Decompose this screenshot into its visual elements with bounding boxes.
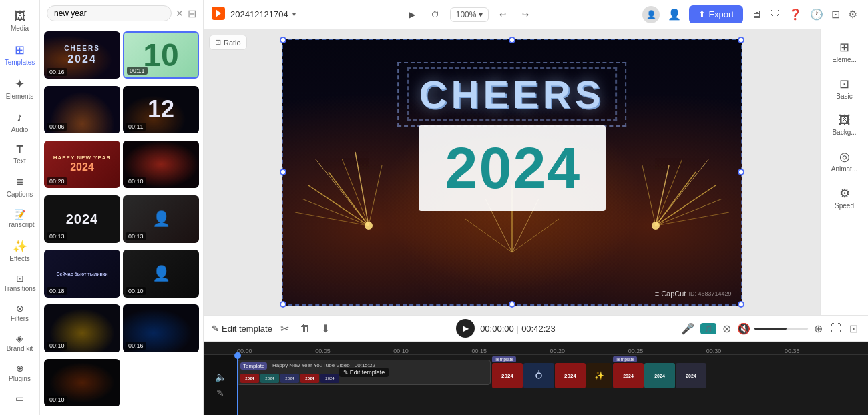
current-time: 00:00:00 <box>480 324 514 334</box>
cast-button[interactable]: 🖥 <box>748 6 765 23</box>
play-button[interactable]: ▶ <box>404 7 421 22</box>
help-button[interactable]: ❓ <box>786 5 805 23</box>
duration-4: 00:11 <box>126 123 146 131</box>
sidebar-item-transitions[interactable]: ⊡ Transitions <box>3 269 37 296</box>
project-dropdown-arrow[interactable]: ▾ <box>292 11 296 18</box>
clip-2024-red-2[interactable]: 2024 <box>555 363 586 388</box>
clip-2024-dark-1[interactable] <box>523 363 554 388</box>
volume-slider[interactable] <box>754 328 808 330</box>
sidebar-item-plugins[interactable]: ⊕ Plugins <box>3 359 37 386</box>
right-panel-background-icon: 🖼 <box>839 113 851 127</box>
clip-2024-red-3[interactable]: 2024 <box>613 363 644 388</box>
search-input[interactable] <box>47 5 172 21</box>
sidebar-item-transcript[interactable]: 📝 Transcript <box>3 205 37 232</box>
clip-firework-1[interactable]: ✨ <box>586 363 612 388</box>
mute-track-button[interactable]: 🔈 <box>215 372 226 382</box>
voice-button[interactable]: 🎵 <box>700 323 716 334</box>
timeline-download-button[interactable]: ⬇ <box>318 320 333 338</box>
edit-template-icon: ✎ <box>212 324 219 334</box>
edit-track-button[interactable]: ✎ <box>216 388 224 398</box>
media-panel: ✕ ⊟ CHEERS 2024 00:16 10 00:11 00:06 12 … <box>40 0 204 415</box>
right-panel-speed-label: Speed <box>835 202 854 210</box>
sidebar-item-captions[interactable]: ≡ Captions <box>3 171 37 202</box>
template-thumb-4[interactable]: 12 00:11 <box>123 86 199 133</box>
settings-button[interactable]: ⚙ <box>845 5 860 23</box>
right-panel-basic-label: Basic <box>836 93 852 100</box>
shield-button[interactable]: 🛡 <box>767 6 783 23</box>
clip-2024-gray-1[interactable]: 2024 <box>676 363 706 388</box>
timeline-delete-button[interactable]: 🗑 <box>297 320 313 337</box>
duration-6: 00:10 <box>126 177 146 185</box>
filters-icon: ⊗ <box>16 303 24 314</box>
right-panel-basic[interactable]: ⊡ Basic <box>823 71 866 105</box>
share-button[interactable]: 👤 <box>665 5 684 23</box>
template-thumb-12[interactable]: 00:16 <box>123 304 199 352</box>
watermark-text: ≡ CapCut <box>655 290 686 298</box>
microphone-button[interactable]: 🎤 <box>679 320 696 337</box>
main-clip[interactable]: Template Happy New Year YouTube Video - … <box>237 360 491 385</box>
sidebar-item-effects[interactable]: ✨ Effects <box>3 235 37 266</box>
transitions-icon: ⊡ <box>16 273 24 284</box>
clip-2024-teal-1[interactable]: 2024 <box>644 363 675 388</box>
split-button[interactable]: ⊗ <box>720 320 733 337</box>
time-display: 00:00:00 | 00:42:23 <box>480 324 556 334</box>
timeline-toolbar: ✎ Edit template ✂ 🗑 ⬇ ▶ 00:00:00 | 00:42… <box>204 315 868 342</box>
timeline-settings-button[interactable]: ⊡ <box>847 320 860 337</box>
template-thumb-13[interactable]: 00:10 <box>44 359 120 406</box>
template-thumb-9[interactable]: Сейчас бьют тылинки 00:18 <box>44 250 120 297</box>
template-thumb-2[interactable]: 10 00:11 <box>123 31 199 79</box>
playhead[interactable] <box>237 355 238 415</box>
ruler-mark-5: 00:25 <box>628 348 706 354</box>
zoom-dropdown-arrow: ▾ <box>479 10 483 19</box>
zoom-control[interactable]: 100% ▾ <box>450 7 489 22</box>
undo-button[interactable]: ↩ <box>494 7 511 22</box>
year-box[interactable]: 2024 <box>419 125 606 211</box>
search-filter-button[interactable]: ⊟ <box>188 7 196 20</box>
template-thumb-10[interactable]: 👤 00:10 <box>123 250 199 297</box>
template-thumb-6[interactable]: 00:10 <box>123 141 199 188</box>
search-clear-button[interactable]: ✕ <box>176 8 184 19</box>
template-thumb-11[interactable]: 00:10 <box>44 304 120 352</box>
clip-edit-button[interactable]: ✎ Edit template <box>339 368 389 377</box>
transcript-icon: 📝 <box>14 209 25 220</box>
right-panel-elements[interactable]: ⊞ Eleme... <box>823 35 866 69</box>
brand-kit-icon: ◈ <box>16 333 23 344</box>
right-panel: ⊞ Eleme... ⊡ Basic 🖼 Backg... ◎ Animat..… <box>820 29 868 315</box>
edit-template-button[interactable]: ✎ Edit template <box>212 324 272 334</box>
add-time-button[interactable]: ⊕ <box>812 320 825 337</box>
ratio-button[interactable]: ⊡ Ratio <box>209 35 247 50</box>
redo-button[interactable]: ↪ <box>517 7 534 22</box>
template-thumb-5[interactable]: HAPPY NEW YEAR 2024 00:20 <box>44 141 120 188</box>
sidebar-item-filters[interactable]: ⊗ Filters <box>3 299 37 326</box>
timeline-area: 00:00 00:05 00:10 00:15 00:20 00:25 00:3… <box>204 342 868 415</box>
template-thumb-7[interactable]: 2024 00:13 <box>44 195 120 243</box>
layout-button[interactable]: ⊡ <box>829 5 843 23</box>
export-button[interactable]: ⬆ Export <box>689 5 743 23</box>
template-thumb-8[interactable]: 👤 00:13 <box>123 195 199 243</box>
duration-13: 00:10 <box>47 396 67 404</box>
fullscreen-button[interactable]: ⛶ <box>829 320 843 336</box>
clock-button[interactable]: 🕐 <box>807 5 826 23</box>
timer-button[interactable]: ⏱ <box>426 7 445 22</box>
timeline-cut-button[interactable]: ✂ <box>278 320 292 338</box>
sidebar-item-templates[interactable]: ⊞ Templates <box>3 39 37 70</box>
sidebar-label-effects: Effects <box>9 255 29 262</box>
sidebar-item-elements[interactable]: ✦ Elements <box>3 73 37 104</box>
right-panel-animation[interactable]: ◎ Animat... <box>823 144 866 178</box>
right-panel-background[interactable]: 🖼 Backg... <box>823 108 866 141</box>
duration-2: 00:11 <box>127 67 148 75</box>
sidebar-item-brand-kit[interactable]: ◈ Brand kit <box>3 329 37 356</box>
sidebar-item-text[interactable]: T Text <box>3 140 37 169</box>
top-toolbar: 202412121704 ▾ ▶ ⏱ 100% ▾ ↩ ↪ 👤 👤 ⬆ Expo… <box>204 0 868 29</box>
sidebar-item-audio[interactable]: ♪ Audio <box>3 107 37 137</box>
right-panel-speed[interactable]: ⚙ Speed <box>823 181 866 215</box>
cheers-selection-box[interactable]: CHEERS <box>397 62 627 127</box>
canvas-and-panel: ⊡ Ratio <box>204 29 868 315</box>
sidebar-item-media[interactable]: 🖼 Media <box>3 5 37 36</box>
clip-2024-red-1[interactable]: 2024 <box>492 363 523 388</box>
sidebar-item-subtitles[interactable]: ▭ <box>3 389 37 408</box>
template-thumb-3[interactable]: 00:06 <box>44 86 120 133</box>
play-timeline-button[interactable]: ▶ <box>456 319 475 338</box>
template-thumb-1[interactable]: CHEERS 2024 00:16 <box>44 31 120 79</box>
timeline-ruler: 00:00 00:05 00:10 00:15 00:20 00:25 00:3… <box>204 342 868 355</box>
